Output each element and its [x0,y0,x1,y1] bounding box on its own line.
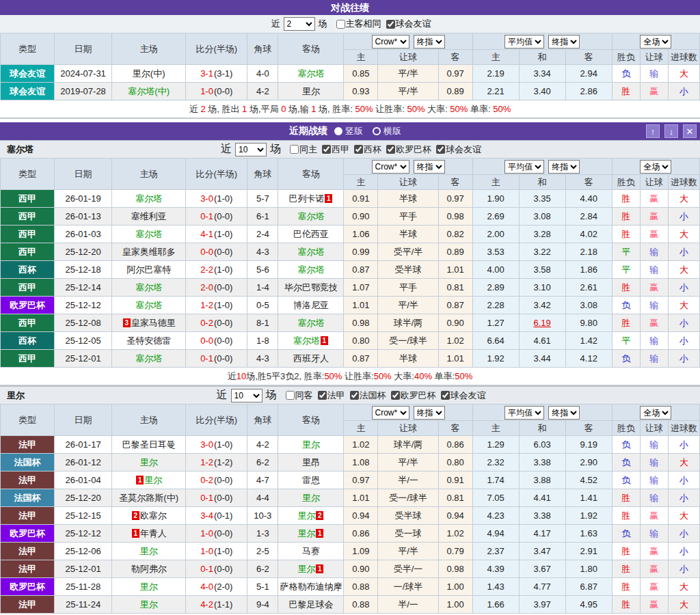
team-name: 皇家奥维耶多 [122,247,176,257]
halftime-score: (0-1) [214,510,232,521]
filter-checkbox[interactable]: 法甲 [313,390,345,402]
filter-checkbox[interactable]: 西甲 [317,144,349,156]
avg-odds: 1.86 [565,261,612,279]
match-score: 3-0(1-0) [186,190,247,208]
team-name: 塞尔塔 [297,318,324,328]
odds-source-select[interactable]: 平均值 [504,160,544,174]
league-badge: 西杯 [1,332,55,350]
handicap-odds: 1.00 [438,578,472,596]
match-date: 25-12-06 [55,543,112,560]
odds-source-select[interactable]: 全场 [640,160,671,174]
halftime-score: (0-0) [214,86,232,96]
odds-source-select[interactable]: 平均值 [504,406,544,420]
checkbox-input[interactable] [336,20,345,29]
close-button[interactable]: ✕ [683,124,697,138]
odds-source-select[interactable]: Crow* [372,406,409,420]
checkbox-input[interactable] [386,20,395,29]
filter-checkbox[interactable]: 同客 [279,390,313,402]
checkbox-label: 西甲 [332,144,349,156]
match-date: 25-12-12 [55,525,112,543]
checkbox-input[interactable] [350,391,359,400]
match-date: 25-11-28 [55,578,112,596]
handicap-odds: 0.81 [438,279,472,297]
avg-odds: 3.28 [519,226,565,243]
handicap-odds: 半球 [378,190,438,208]
result-goals: 大 [668,454,699,472]
odds-source-select[interactable]: 终指 [414,35,445,49]
result-wdl: 平 [612,243,640,261]
checkbox-input[interactable] [322,145,331,154]
filter-checkbox[interactable]: 欧罗巴杯 [381,144,431,156]
corner-count: 4-3 [247,243,278,261]
near-label: 近 [217,388,228,402]
filter-checkbox[interactable]: 球会友谊 [431,144,481,156]
checkbox-input[interactable] [290,145,299,154]
col-header: 客场 [278,405,344,436]
filter-checkbox[interactable]: 主客相同 [329,18,381,30]
team-home: 塞尔塔 [112,297,186,314]
fulltime-score: 4-1 [200,229,213,239]
games-count-select[interactable]: 10 [231,389,262,402]
team-home: 勒阿弗尔 [112,560,186,578]
match-score: 0-0(0-0) [186,243,247,261]
handicap-odds: 1.02 [344,436,378,454]
match-row: 欧罗巴杯25-12-12塞尔塔1-2(1-0)0-5博洛尼亚1.01平/半0.8… [1,297,700,314]
odds-source-select[interactable]: 平均值 [504,35,544,49]
odds-source-select[interactable]: 终指 [414,406,445,420]
h2h-table: 类型日期主场比分(半场)角球客场Crow*终指平均值终指全场主让球客主和客胜负让… [0,33,700,100]
odds-source-select[interactable]: 终指 [548,160,580,174]
filter-checkbox[interactable]: 球会友谊 [381,18,431,30]
corner-count: 4-7 [247,472,278,489]
layout-radio-horizontal[interactable]: 横版 [373,125,401,137]
scroll-up-button[interactable]: ↑ [646,124,660,138]
odds-source-select[interactable]: 终指 [548,35,580,49]
red-card-badge: 1 [136,476,144,484]
scroll-down-button[interactable]: ↓ [664,124,678,138]
odds-source-select[interactable]: 全场 [640,35,671,49]
radio-vertical-label: 竖版 [345,125,363,137]
odds-source-select[interactable]: 全场 [640,406,671,420]
layout-radio-vertical[interactable]: 竖版 [334,125,363,137]
checkbox-input[interactable] [318,391,327,400]
filter-checkbox[interactable]: 法国杯 [345,390,386,402]
section-band-lille: 里尔 近10场同客法甲法国杯欧罗巴杯球会友谊 [0,386,700,404]
handicap-odds: 半球 [378,226,438,243]
team-away: 巴伦西亚 [278,226,344,243]
checkbox-input[interactable] [354,145,363,154]
odds-source-select[interactable]: 终指 [414,160,445,174]
team-name: 里尔 [144,475,162,485]
subcol-header: 让球 [378,175,438,190]
col-header: 日期 [55,405,112,436]
odds-source-select[interactable]: Crow* [372,35,409,49]
team-name: 塞尔塔 [135,282,162,292]
filter-checkbox[interactable]: 欧罗巴杯 [386,390,436,402]
subcol-header: 主 [472,175,519,190]
avg-odds: 1.43 [472,578,519,596]
checkbox-input[interactable] [441,391,450,400]
handicap-odds: 0.90 [438,314,472,332]
handicap-odds: 1.07 [344,279,378,297]
checkbox-input[interactable] [436,145,445,154]
checkbox-input[interactable] [286,391,295,400]
filter-checkbox[interactable]: 同主 [283,144,317,156]
filter-checkbox[interactable]: 西杯 [349,144,381,156]
result-handicap: 输 [640,489,668,507]
fulltime-score: 4-2 [200,599,213,610]
games-count-select[interactable]: 2 [284,17,315,31]
odds-source-select[interactable]: Crow* [372,160,409,174]
games-count-select[interactable]: 10 [235,143,267,156]
odds-source-select[interactable]: 终指 [548,406,580,420]
league-badge: 西杯 [1,261,55,279]
avg-odds: 3.35 [519,190,565,208]
match-row: 法甲26-01-041里尔0-2(0-0)4-7雷恩0.97半/一0.911.7… [1,472,700,489]
avg-odds: 4.00 [472,261,519,279]
checkbox-input[interactable] [386,145,395,154]
result-wdl: 负 [612,297,640,314]
checkbox-input[interactable] [391,391,400,400]
team-name: 勒阿弗尔 [131,564,167,574]
filter-checkbox[interactable]: 球会友谊 [436,390,486,402]
checkbox-label: 主客相同 [346,18,381,30]
team-name: 塞维利亚 [131,211,167,221]
avg-odds: 2.18 [565,243,612,261]
result-goals: 小 [668,350,699,368]
